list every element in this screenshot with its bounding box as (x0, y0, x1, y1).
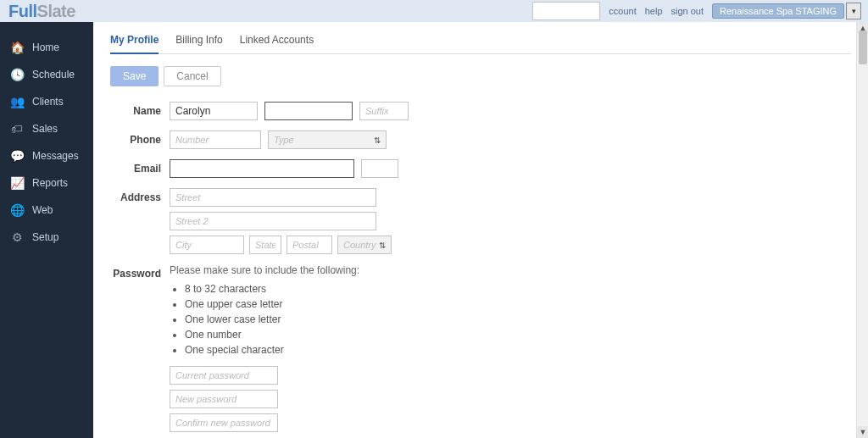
vertical-scrollbar[interactable]: ▲ ▼ (856, 22, 868, 438)
suffix-input[interactable] (359, 102, 409, 120)
topbar-right: ccount help sign out Renaissance Spa STA… (532, 2, 861, 20)
fields-address: Country ⇅ (170, 188, 392, 254)
password-rule: 8 to 32 characters (185, 281, 359, 297)
sidebar-item-setup[interactable]: ⚙ Setup (0, 224, 93, 251)
account-input[interactable] (532, 2, 600, 20)
main-inner: My Profile Billing Info Linked Accounts … (93, 22, 868, 438)
button-row: Save Cancel (110, 66, 851, 86)
sidebar-item-web[interactable]: 🌐 Web (0, 197, 93, 224)
label-name: Name (110, 105, 161, 117)
row-password: Password Please make sure to include the… (110, 264, 851, 432)
label-password: Password (110, 268, 161, 280)
street2-input[interactable] (170, 212, 376, 230)
street1-input[interactable] (170, 188, 376, 207)
chart-icon: 📈 (10, 176, 24, 190)
sidebar-item-sales[interactable]: 🏷 Sales (0, 115, 93, 142)
signout-link[interactable]: sign out (671, 6, 704, 16)
globe-icon: 🌐 (10, 203, 24, 217)
scroll-down-arrow-icon[interactable]: ▼ (857, 426, 868, 438)
sidebar-item-label: Setup (32, 231, 58, 243)
sidebar-item-label: Messages (32, 150, 79, 162)
fields-phone: Type ⇅ (170, 130, 387, 149)
fields-name (170, 102, 409, 120)
postal-input[interactable] (287, 236, 332, 254)
current-password-input[interactable] (170, 366, 278, 385)
password-rule: One number (185, 327, 359, 342)
fields-password: Please make sure to include the followin… (170, 264, 359, 432)
last-name-input[interactable] (264, 102, 353, 120)
topbar: FullSlate ccount help sign out Renaissan… (0, 0, 868, 22)
shell: 🏠 Home 🕓 Schedule 👥 Clients 🏷 Sales 💬 Me… (0, 22, 868, 438)
country-placeholder: Country (343, 240, 376, 250)
tab-linked-accounts[interactable]: Linked Accounts (240, 30, 314, 53)
chevron-updown-icon: ⇅ (374, 136, 381, 145)
sidebar: 🏠 Home 🕓 Schedule 👥 Clients 🏷 Sales 💬 Me… (0, 22, 93, 438)
tag-icon: 🏷 (10, 122, 24, 136)
chevron-updown-icon: ⇅ (379, 241, 386, 250)
email-input[interactable] (170, 159, 354, 178)
cancel-button[interactable]: Cancel (164, 66, 220, 86)
new-password-input[interactable] (170, 390, 278, 408)
confirm-password-input[interactable] (170, 413, 278, 432)
tabs: My Profile Billing Info Linked Accounts (110, 30, 851, 54)
sidebar-item-schedule[interactable]: 🕓 Schedule (0, 61, 93, 88)
sidebar-item-label: Home (32, 42, 59, 53)
phone-type-placeholder: Type (274, 135, 294, 145)
email-ext-input[interactable] (361, 159, 398, 178)
sidebar-item-label: Schedule (32, 69, 75, 80)
phone-type-select[interactable]: Type ⇅ (268, 130, 387, 149)
sidebar-item-messages[interactable]: 💬 Messages (0, 142, 93, 169)
row-email: Email (110, 159, 851, 178)
password-help-text: Please make sure to include the followin… (170, 264, 359, 276)
logo-part-a: Full (8, 2, 37, 20)
logo-part-b: Slate (37, 2, 75, 20)
state-input[interactable] (249, 236, 281, 254)
sidebar-item-label: Clients (32, 96, 64, 108)
clock-icon: 🕓 (10, 68, 24, 81)
row-name: Name (110, 102, 851, 120)
tab-my-profile[interactable]: My Profile (110, 30, 159, 54)
row-phone: Phone Type ⇅ (110, 130, 851, 149)
tenant-switcher: Renaissance Spa STAGING ▾ (712, 3, 861, 19)
address-row-city: Country ⇅ (170, 236, 392, 254)
sidebar-item-home[interactable]: 🏠 Home (0, 34, 93, 61)
sidebar-item-label: Reports (32, 177, 68, 189)
tenant-dropdown-caret[interactable]: ▾ (846, 3, 861, 19)
users-icon: 👥 (10, 95, 24, 108)
sidebar-item-reports[interactable]: 📈 Reports (0, 169, 93, 197)
account-label-suffix: ccount (609, 6, 636, 16)
password-rule: One upper case letter (185, 297, 359, 312)
row-address: Address Country ⇅ (110, 188, 851, 254)
main: My Profile Billing Info Linked Accounts … (93, 22, 868, 438)
city-input[interactable] (170, 236, 244, 254)
help-link[interactable]: help (645, 6, 663, 16)
logo: FullSlate (8, 2, 75, 21)
sidebar-item-clients[interactable]: 👥 Clients (0, 88, 93, 115)
country-select[interactable]: Country ⇅ (337, 236, 392, 254)
password-rule: One special character (185, 342, 359, 358)
password-rule: One lower case letter (185, 312, 359, 327)
phone-number-input[interactable] (170, 130, 261, 149)
sidebar-item-label: Web (32, 204, 53, 216)
gear-icon: ⚙ (10, 230, 24, 244)
tenant-button[interactable]: Renaissance Spa STAGING (712, 3, 844, 19)
sidebar-item-label: Sales (32, 123, 58, 135)
label-phone: Phone (110, 134, 161, 146)
first-name-input[interactable] (170, 102, 258, 120)
chat-icon: 💬 (10, 149, 24, 163)
save-button[interactable]: Save (110, 66, 159, 86)
password-fields (170, 366, 359, 432)
password-rules-list: 8 to 32 characters One upper case letter… (185, 281, 359, 358)
fields-email (170, 159, 398, 178)
scroll-thumb[interactable] (859, 30, 867, 64)
home-icon: 🏠 (10, 41, 24, 54)
tab-billing-info[interactable]: Billing Info (175, 30, 222, 53)
label-address: Address (110, 191, 161, 203)
label-email: Email (110, 163, 161, 175)
